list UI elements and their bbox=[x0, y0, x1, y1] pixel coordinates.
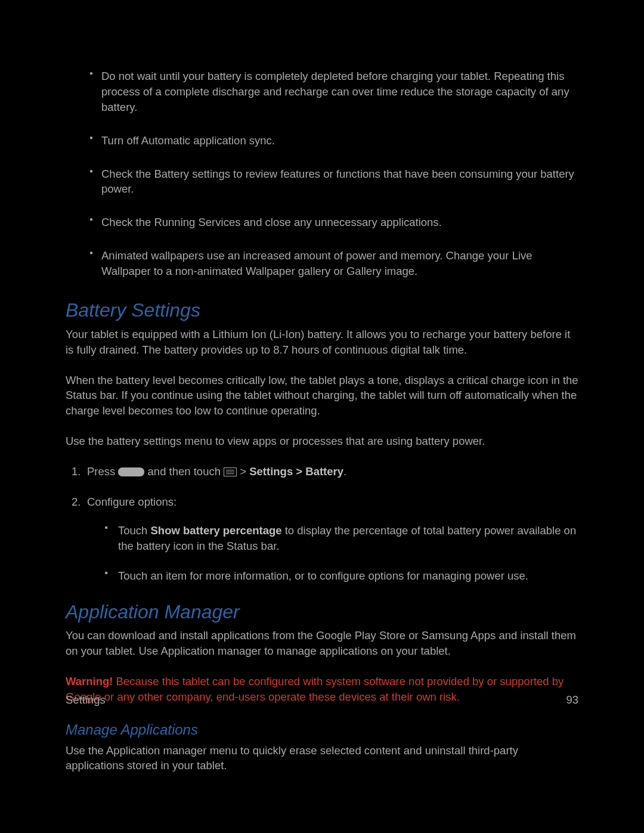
sub-item: Touch Show battery percentage to display… bbox=[105, 523, 578, 554]
home-button-icon bbox=[118, 467, 144, 476]
body-text: Use the battery settings menu to view ap… bbox=[66, 433, 578, 449]
step-text: and then touch bbox=[144, 465, 224, 478]
document-page: Do not wait until your battery is comple… bbox=[0, 0, 644, 833]
list-item: Animated wallpapers use an increased amo… bbox=[101, 248, 578, 279]
warning-label: Warning! bbox=[66, 675, 113, 688]
body-text: Use the Application manager menu to quic… bbox=[66, 743, 578, 774]
section-heading-application-manager: Application Manager bbox=[66, 599, 578, 625]
list-item: Check the Running Services and close any… bbox=[101, 215, 578, 230]
step-text: Press bbox=[87, 465, 118, 478]
sub-item: Touch an item for more information, or t… bbox=[105, 568, 578, 584]
steps-list: Press and then touch > Settings > Batter… bbox=[66, 464, 578, 583]
body-text: When the battery level becomes criticall… bbox=[66, 373, 578, 419]
tip-text: Animated wallpapers use an increased amo… bbox=[101, 249, 532, 277]
tip-text: Turn off Automatic application sync. bbox=[101, 134, 275, 147]
sub-text: Touch an item for more information, or t… bbox=[118, 569, 528, 582]
tip-text: Check the Battery settings to review fea… bbox=[101, 168, 574, 196]
sub-options-list: Touch Show battery percentage to display… bbox=[105, 523, 578, 584]
step-item: Configure options: Touch Show battery pe… bbox=[87, 494, 578, 584]
battery-tips-list: Do not wait until your battery is comple… bbox=[66, 69, 578, 279]
nav-path-bold: Settings > Battery bbox=[249, 465, 343, 478]
menu-icon bbox=[224, 467, 237, 476]
sub-text: Touch bbox=[118, 524, 151, 537]
tip-text: Do not wait until your battery is comple… bbox=[101, 70, 569, 113]
step-text: > bbox=[237, 465, 249, 478]
step-item: Press and then touch > Settings > Batter… bbox=[87, 464, 578, 479]
footer-page-number: 93 bbox=[566, 692, 578, 708]
step-text: Configure options: bbox=[87, 496, 177, 508]
page-footer: Settings 93 bbox=[66, 692, 578, 708]
list-item: Check the Battery settings to review fea… bbox=[101, 166, 578, 197]
footer-section-name: Settings bbox=[66, 692, 106, 708]
body-text: You can download and install application… bbox=[66, 628, 578, 659]
list-item: Do not wait until your battery is comple… bbox=[101, 69, 578, 115]
step-text: . bbox=[343, 465, 346, 478]
section-heading-battery-settings: Battery Settings bbox=[66, 297, 578, 324]
subsection-heading-manage-applications: Manage Applications bbox=[66, 720, 578, 740]
list-item: Turn off Automatic application sync. bbox=[101, 133, 578, 148]
body-text: Your tablet is equipped with a Lithium I… bbox=[66, 327, 578, 358]
tip-text: Check the Running Services and close any… bbox=[101, 216, 442, 228]
option-bold: Show battery percentage bbox=[151, 524, 282, 537]
